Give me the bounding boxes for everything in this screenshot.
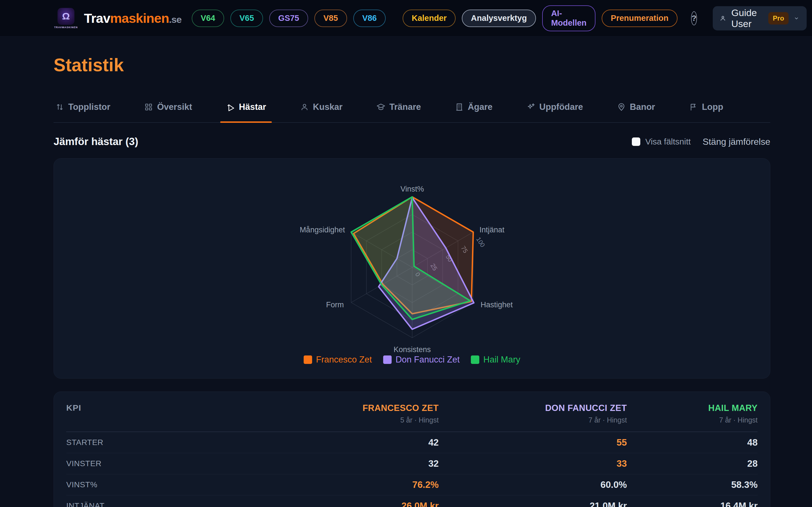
tab-topplistor[interactable]: Topplistor: [54, 98, 112, 122]
grid-icon: [144, 103, 153, 112]
radar-axis-label: Vinst%: [400, 185, 424, 193]
page-title: Statistik: [54, 55, 770, 75]
tab-label: Översikt: [157, 102, 192, 112]
nav-pill-gs75[interactable]: GS75: [269, 10, 308, 27]
table-row-starter: STARTER 42 55 48: [66, 432, 758, 453]
radar-tick-label: 100: [475, 236, 486, 248]
statistik-tabs: Topplistor Översikt Hästar Kuskar Tränar…: [54, 98, 770, 123]
person-icon: [300, 103, 309, 112]
prenumeration-button[interactable]: Prenumeration: [602, 10, 677, 27]
nav-pill-v86[interactable]: V86: [353, 10, 386, 27]
row-label: VINSTER: [66, 453, 211, 474]
tab-uppfodare[interactable]: Uppfödare: [525, 98, 585, 122]
building-icon: [455, 103, 464, 112]
logo-caption: TRAVMASKINEN: [54, 26, 78, 29]
table-row-vinster: VINSTER 32 33 28: [66, 453, 758, 474]
cell-value: 60.0%: [439, 474, 627, 495]
nav-pill-v65[interactable]: V65: [231, 10, 263, 27]
cell-value: 21.0M kr: [439, 495, 627, 507]
legend-swatch-purple: [383, 355, 392, 364]
tab-kuskar[interactable]: Kuskar: [298, 98, 344, 122]
chart-legend: Francesco Zet Don Fanucci Zet Hail Mary: [54, 355, 770, 365]
brand-part-1: Trav: [84, 11, 110, 25]
row-label: STARTER: [66, 432, 211, 453]
tab-banor[interactable]: Banor: [615, 98, 657, 122]
ai-modellen-line2: Modellen: [551, 18, 587, 27]
tab-label: Banor: [630, 102, 655, 112]
kpi-column-header: KPI: [66, 395, 211, 432]
legend-item-hail-mary[interactable]: Hail Mary: [471, 355, 520, 365]
tab-label: Kuskar: [313, 102, 343, 112]
cell-value: 76.2%: [211, 474, 439, 495]
tab-hastar[interactable]: Hästar: [224, 98, 268, 122]
radar-axis-label: Intjänat: [479, 226, 505, 234]
nav-pill-v85[interactable]: V85: [314, 10, 347, 27]
top-navigation-bar: Ω TRAVMASKINEN Travmaskinen.se V64 V65 G…: [0, 0, 812, 37]
stang-jamforelse-link[interactable]: Stäng jämförelse: [703, 136, 770, 147]
horse-name: HAIL MARY: [627, 403, 758, 413]
table-row-intjanat: INTJÄNAT 26.0M kr 21.0M kr 16.4M kr: [66, 495, 758, 507]
tab-agare[interactable]: Ägare: [453, 98, 494, 122]
chevron-down-icon: [794, 14, 799, 22]
tab-tranare[interactable]: Tränare: [375, 98, 423, 122]
pro-badge: Pro: [768, 12, 789, 24]
legend-item-don-fanucci-zet[interactable]: Don Fanucci Zet: [383, 355, 460, 365]
tab-lopp[interactable]: Lopp: [687, 98, 725, 122]
radar-chart: 0255075100Vinst%IntjänatHastighetKonsist…: [54, 159, 770, 354]
cell-value: 26.0M kr: [211, 495, 439, 507]
tab-label: Topplistor: [68, 102, 110, 112]
kpi-table: KPI FRANCESCO ZET 5 år · Hingst DON FANU…: [66, 395, 758, 507]
help-icon[interactable]: ?: [691, 11, 697, 25]
tab-label: Tränare: [389, 102, 421, 112]
brand-part-2: maskinen: [110, 11, 169, 25]
visa-faltsnitt-label: Visa fältsnitt: [645, 137, 691, 147]
radar-axis-label: Mångsidighet: [300, 226, 345, 234]
compare-header-row: Jämför hästar (3) Visa fältsnitt Stäng j…: [54, 136, 770, 148]
legend-swatch-orange: [304, 355, 312, 364]
map-pin-icon: [617, 103, 626, 112]
column-header-francesco-zet: FRANCESCO ZET 5 år · Hingst: [211, 395, 439, 432]
cell-value: 42: [211, 432, 439, 453]
tab-label: Uppfödare: [539, 102, 583, 112]
user-name: Guide User: [731, 7, 763, 29]
ai-modellen-button[interactable]: AI- Modellen: [542, 5, 596, 31]
analysverktyg-button[interactable]: Analysverktyg: [462, 10, 536, 27]
cell-value: 55: [439, 432, 627, 453]
horse-subtitle: 7 år · Hingst: [627, 416, 758, 424]
horse-subtitle: 7 år · Hingst: [439, 416, 627, 424]
brand-logo[interactable]: Ω TRAVMASKINEN: [54, 8, 78, 29]
radar-axis-label: Konsistens: [394, 345, 431, 354]
visa-faltsnitt-checkbox[interactable]: [632, 137, 640, 146]
table-row-vinstprocent: VINST% 76.2% 60.0% 58.3%: [66, 474, 758, 495]
legend-swatch-green: [471, 355, 479, 364]
row-label: INTJÄNAT: [66, 495, 211, 507]
cell-value: 48: [627, 432, 758, 453]
radar-axis-label: Hastighet: [481, 300, 513, 309]
horse-name: DON FANUCCI ZET: [439, 403, 627, 413]
legend-label: Francesco Zet: [316, 355, 372, 365]
user-menu[interactable]: Guide User Pro: [713, 6, 807, 31]
kpi-table-card: KPI FRANCESCO ZET 5 år · Hingst DON FANU…: [54, 392, 770, 507]
user-icon: [719, 13, 726, 23]
tab-label: Lopp: [702, 102, 723, 112]
cell-value: 32: [211, 453, 439, 474]
cell-value: 28: [627, 453, 758, 474]
sparkles-icon: [526, 103, 536, 112]
cell-value: 16.4M kr: [627, 495, 758, 507]
kalender-button[interactable]: Kalender: [403, 10, 456, 27]
brand-wordmark[interactable]: Travmaskinen.se: [84, 10, 182, 26]
tab-oversikt[interactable]: Översikt: [142, 98, 194, 122]
horse-subtitle: 5 år · Hingst: [211, 416, 439, 424]
nav-pill-v64[interactable]: V64: [192, 10, 224, 27]
row-label: VINST%: [66, 474, 211, 495]
sort-arrows-icon: [55, 103, 64, 112]
radar-axis-label: Form: [326, 300, 344, 309]
horse-icon: [226, 103, 235, 112]
main-content: Statistik Topplistor Översikt Hästar Kus…: [0, 37, 812, 507]
cell-value: 58.3%: [627, 474, 758, 495]
visa-faltsnitt-checkbox-row[interactable]: Visa fältsnitt: [632, 137, 691, 147]
cell-value: 33: [439, 453, 627, 474]
compare-title: Jämför hästar (3): [54, 136, 138, 148]
legend-item-francesco-zet[interactable]: Francesco Zet: [304, 355, 372, 365]
column-header-don-fanucci-zet: DON FANUCCI ZET 7 år · Hingst: [439, 395, 627, 432]
